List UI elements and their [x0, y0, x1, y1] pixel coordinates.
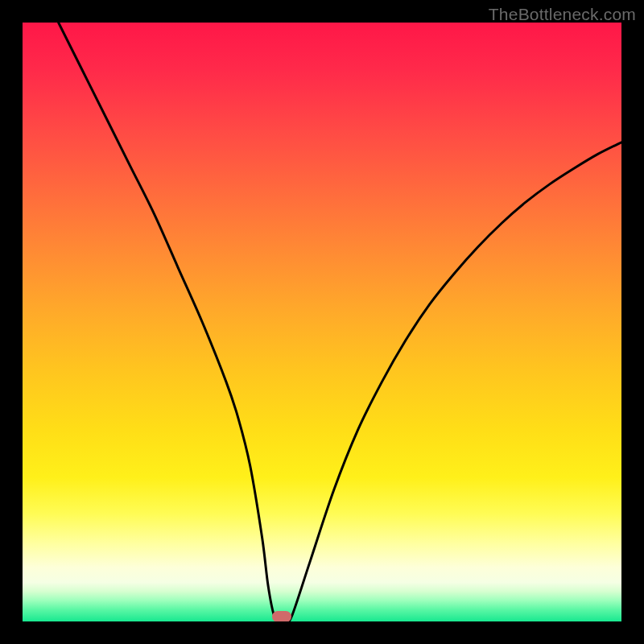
plot-area — [23, 23, 621, 621]
bottleneck-curve — [59, 23, 621, 621]
watermark-text: TheBottleneck.com — [489, 5, 636, 24]
curve-layer — [23, 23, 621, 621]
optimal-point-marker — [272, 611, 291, 621]
chart-frame: TheBottleneck.com — [0, 0, 644, 644]
